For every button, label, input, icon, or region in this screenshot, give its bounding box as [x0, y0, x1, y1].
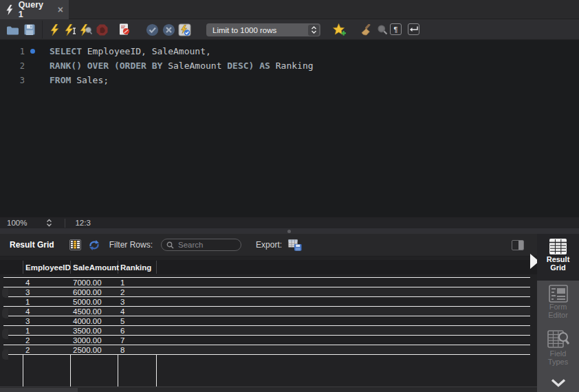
table-cell[interactable]: 5000.00	[73, 297, 102, 307]
table-cell[interactable]: 3000.00	[73, 336, 102, 345]
limit-rows-dropdown[interactable]: Limit to 1000 rows	[206, 23, 320, 36]
dropdown-stepper-icon[interactable]	[308, 25, 319, 36]
table-cell[interactable]: 6000.00	[73, 287, 102, 297]
column-header-ranking[interactable]: Ranking	[120, 260, 151, 274]
explain-icon[interactable]	[79, 23, 93, 36]
grid-header-row: EmployeeID SaleAmount Ranking	[0, 260, 537, 274]
sidebar-toggle-icon[interactable]	[512, 240, 524, 250]
table-cell[interactable]: 3	[25, 287, 30, 297]
scrollbar-thumb[interactable]	[0, 388, 78, 392]
table-cell[interactable]: 3	[120, 297, 124, 307]
save-script-icon[interactable]	[23, 23, 36, 36]
open-script-icon[interactable]	[6, 23, 19, 36]
table-cell[interactable]: 7000.00	[73, 278, 102, 287]
tab-query-1[interactable]: Query 1 ×	[0, 0, 69, 19]
row-marker	[2, 349, 8, 360]
table-cell[interactable]: 8	[120, 345, 124, 355]
column-header-employeeid[interactable]: EmployeeID	[25, 260, 71, 274]
line-number: 2	[0, 61, 25, 71]
grid-view-icon[interactable]	[69, 239, 81, 250]
query-bolt-icon	[6, 5, 14, 15]
splitter-handle-icon	[287, 230, 291, 233]
column-header-saleamount[interactable]: SaleAmount	[73, 260, 119, 274]
tab-label: Query 1	[19, 0, 50, 19]
grid-rows: 47000.00136000.00215000.00344500.0043400…	[3, 277, 530, 355]
toggle-wrap-icon[interactable]	[408, 23, 419, 35]
stop-icon[interactable]	[95, 23, 109, 36]
toggle-stop-on-error-icon[interactable]	[118, 23, 131, 36]
sidebar-panel-field-types[interactable]: Field Types	[537, 330, 579, 366]
sidebar-panel-result-grid[interactable]: Result Grid	[537, 234, 579, 281]
sql-editor[interactable]: 1 SELECT EmployeeID, SaleAmount, 2 RANK(…	[0, 40, 579, 217]
table-cell[interactable]: 6	[120, 326, 124, 336]
code-line[interactable]: 2 RANK() OVER (ORDER BY SaleAmount DESC)…	[0, 58, 579, 73]
form-editor-panel-icon	[549, 285, 568, 303]
row-marker	[2, 287, 8, 298]
find-icon[interactable]	[375, 23, 389, 36]
save-snippet-icon[interactable]	[333, 23, 347, 36]
table-cell[interactable]: 4	[120, 307, 124, 316]
tab-close-icon[interactable]: ×	[58, 5, 63, 14]
code-line[interactable]: 3 FROM Sales;	[0, 73, 579, 87]
table-cell[interactable]: 3500.00	[73, 326, 102, 336]
export-label: Export:	[256, 240, 282, 250]
beautify-icon[interactable]	[359, 23, 373, 36]
table-cell[interactable]: 2500.00	[73, 345, 102, 355]
sidebar-panel-form-editor[interactable]: Form Editor	[537, 285, 579, 319]
table-row[interactable]: 47000.001	[3, 278, 530, 287]
table-cell[interactable]: 5	[120, 316, 124, 326]
table-cell[interactable]: 2	[25, 336, 30, 345]
execute-icon[interactable]	[47, 23, 61, 36]
statement-marker-icon	[30, 49, 35, 54]
limit-rows-value: Limit to 1000 rows	[212, 26, 276, 34]
table-cell[interactable]: 1	[25, 297, 30, 307]
rollback-icon[interactable]	[162, 23, 175, 36]
table-cell[interactable]: 1	[25, 326, 30, 336]
code-line[interactable]: 1 SELECT EmployeeID, SaleAmount,	[0, 44, 579, 58]
code-text: RANK() OVER (ORDER BY SaleAmount DESC) A…	[50, 61, 314, 71]
table-row[interactable]: 15000.003	[3, 297, 530, 307]
result-grid[interactable]: EmployeeID SaleAmount Ranking 47000.0013…	[0, 257, 537, 392]
row-marker	[2, 329, 8, 339]
table-row[interactable]: 13500.006	[3, 326, 530, 336]
table-cell[interactable]: 4000.00	[73, 316, 102, 326]
export-icon[interactable]	[288, 239, 302, 251]
row-marker	[2, 308, 8, 318]
search-box[interactable]	[161, 239, 241, 251]
table-cell[interactable]: 4	[25, 278, 30, 287]
table-row[interactable]: 34000.005	[3, 316, 530, 326]
cursor-position: 12:3	[75, 219, 90, 227]
table-cell[interactable]: 2	[25, 345, 30, 355]
field-types-panel-icon	[547, 330, 569, 349]
right-sidebar: Result Grid Form Editor Field Types	[537, 234, 579, 392]
toggle-autocommit-icon[interactable]	[177, 23, 191, 36]
code-text: FROM Sales;	[50, 75, 109, 85]
sidebar-chevron-down-icon[interactable]	[537, 379, 579, 387]
pane-splitter[interactable]	[0, 228, 579, 234]
code-text: SELECT EmployeeID, SaleAmount,	[50, 46, 211, 56]
table-row[interactable]: 22500.008	[3, 345, 530, 355]
horizontal-scrollbar[interactable]	[0, 386, 537, 392]
refresh-icon[interactable]	[88, 239, 100, 251]
zoom-level: 100%	[7, 219, 27, 227]
execute-current-statement-icon[interactable]	[63, 23, 77, 36]
tab-bar: Query 1 ×	[0, 0, 579, 19]
table-row[interactable]: 44500.004	[3, 307, 530, 316]
table-cell[interactable]: 2	[120, 287, 124, 297]
search-icon	[166, 241, 174, 249]
table-row[interactable]: 23000.007	[3, 336, 530, 345]
table-cell[interactable]: 7	[120, 336, 124, 345]
editor-status-bar: 100% 12:3	[0, 217, 579, 228]
result-grid-title: Result Grid	[10, 240, 54, 250]
result-grid-toolbar: Result Grid Filter Rows: Export:	[0, 234, 537, 257]
show-invisibles-icon[interactable]: ¶	[390, 23, 402, 35]
toolbar-divider	[42, 21, 43, 39]
table-cell[interactable]: 4	[25, 307, 30, 316]
table-cell[interactable]: 1	[120, 278, 124, 287]
commit-icon[interactable]	[145, 23, 159, 36]
table-row[interactable]: 36000.002	[3, 287, 530, 297]
zoom-stepper-icon[interactable]	[46, 219, 52, 227]
table-cell[interactable]: 3	[25, 316, 30, 326]
search-input[interactable]	[177, 240, 236, 250]
table-cell[interactable]: 4500.00	[73, 307, 102, 316]
